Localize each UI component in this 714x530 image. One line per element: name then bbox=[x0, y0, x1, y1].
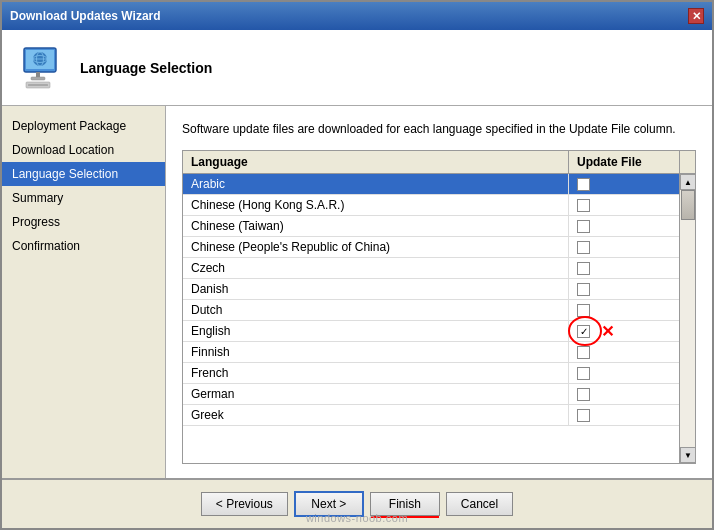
description-text: Software update files are downloaded for… bbox=[182, 120, 696, 138]
cell-checkbox[interactable] bbox=[569, 217, 679, 236]
scroll-down-button[interactable]: ▼ bbox=[680, 447, 695, 463]
svg-point-10 bbox=[569, 317, 601, 345]
table-row[interactable]: Danish bbox=[183, 279, 679, 300]
cell-language: French bbox=[183, 363, 569, 383]
cell-checkbox[interactable] bbox=[569, 364, 679, 383]
cell-checkbox[interactable] bbox=[569, 196, 679, 215]
cell-language: Chinese (Taiwan) bbox=[183, 216, 569, 236]
cell-checkbox[interactable] bbox=[569, 259, 679, 278]
cell-checkbox[interactable]: ✓ ✕ bbox=[569, 322, 679, 341]
header-title: Language Selection bbox=[80, 60, 212, 76]
table-body-wrapper: Arabic Chinese (Hong Kong S.A.R.) bbox=[183, 174, 695, 463]
col-update-file: Update File bbox=[569, 151, 679, 173]
table-row-english[interactable]: English ✓ ✕ bbox=[183, 321, 679, 342]
cell-language: Chinese (People's Republic of China) bbox=[183, 237, 569, 257]
cell-checkbox[interactable] bbox=[569, 280, 679, 299]
table-row[interactable]: German bbox=[183, 384, 679, 405]
header-area: Language Selection bbox=[2, 30, 712, 106]
scrollbar-thumb[interactable] bbox=[681, 190, 695, 220]
footer-area: < Previous Next > Finish Cancel windows-… bbox=[2, 478, 712, 528]
table-row[interactable]: French bbox=[183, 363, 679, 384]
cell-language: Danish bbox=[183, 279, 569, 299]
cell-checkbox[interactable] bbox=[569, 385, 679, 404]
previous-button[interactable]: < Previous bbox=[201, 492, 288, 516]
sidebar: Deployment Package Download Location Lan… bbox=[2, 106, 166, 478]
checkbox[interactable] bbox=[577, 199, 590, 212]
table-row[interactable]: Czech bbox=[183, 258, 679, 279]
watermark: windows-noob.com bbox=[306, 512, 408, 524]
content-area: Software update files are downloaded for… bbox=[166, 106, 712, 478]
scrollbar-track[interactable] bbox=[680, 190, 695, 447]
cell-language: German bbox=[183, 384, 569, 404]
checkbox[interactable] bbox=[577, 241, 590, 254]
sidebar-item-confirmation[interactable]: Confirmation bbox=[2, 234, 165, 258]
title-bar: Download Updates Wizard ✕ bbox=[2, 2, 712, 30]
table-row[interactable]: Chinese (People's Republic of China) bbox=[183, 237, 679, 258]
main-area: Deployment Package Download Location Lan… bbox=[2, 106, 712, 478]
checkbox[interactable] bbox=[577, 220, 590, 233]
cell-language: English bbox=[183, 321, 569, 341]
svg-rect-2 bbox=[36, 72, 40, 77]
title-bar-left: Download Updates Wizard bbox=[10, 9, 161, 23]
sidebar-item-progress[interactable]: Progress bbox=[2, 210, 165, 234]
checkbox[interactable] bbox=[577, 388, 590, 401]
cell-checkbox[interactable] bbox=[569, 406, 679, 425]
cell-language: Finnish bbox=[183, 342, 569, 362]
scrollbar[interactable]: ▲ ▼ bbox=[679, 174, 695, 463]
wizard-window: Download Updates Wizard ✕ L bbox=[0, 0, 714, 530]
cell-language: Dutch bbox=[183, 300, 569, 320]
cell-checkbox[interactable] bbox=[569, 238, 679, 257]
checkbox[interactable] bbox=[577, 367, 590, 380]
annotation-x: ✕ bbox=[601, 322, 614, 341]
language-table: Language Update File Arabic bbox=[182, 150, 696, 464]
table-row[interactable]: Chinese (Taiwan) bbox=[183, 216, 679, 237]
table-row[interactable]: Greek bbox=[183, 405, 679, 426]
scrollbar-header-spacer bbox=[679, 151, 695, 173]
checkbox[interactable] bbox=[577, 262, 590, 275]
annotation-circle bbox=[567, 313, 603, 349]
cell-language: Chinese (Hong Kong S.A.R.) bbox=[183, 195, 569, 215]
sidebar-item-download-location[interactable]: Download Location bbox=[2, 138, 165, 162]
table-header: Language Update File bbox=[183, 151, 695, 174]
sidebar-item-language-selection[interactable]: Language Selection bbox=[2, 162, 165, 186]
table-row[interactable]: Arabic bbox=[183, 174, 679, 195]
table-scroll[interactable]: Arabic Chinese (Hong Kong S.A.R.) bbox=[183, 174, 679, 463]
svg-rect-3 bbox=[31, 77, 45, 80]
checkbox[interactable] bbox=[577, 283, 590, 296]
sidebar-item-summary[interactable]: Summary bbox=[2, 186, 165, 210]
sidebar-item-deployment-package[interactable]: Deployment Package bbox=[2, 114, 165, 138]
computer-icon bbox=[18, 44, 66, 92]
table-row[interactable]: Dutch bbox=[183, 300, 679, 321]
cell-language: Greek bbox=[183, 405, 569, 425]
table-row[interactable]: Finnish bbox=[183, 342, 679, 363]
checkbox[interactable] bbox=[577, 178, 590, 191]
cell-checkbox[interactable] bbox=[569, 175, 679, 194]
title-text: Download Updates Wizard bbox=[10, 9, 161, 23]
cell-language: Czech bbox=[183, 258, 569, 278]
checkbox[interactable] bbox=[577, 409, 590, 422]
scroll-up-button[interactable]: ▲ bbox=[680, 174, 695, 190]
col-language: Language bbox=[183, 151, 569, 173]
cell-language: Arabic bbox=[183, 174, 569, 194]
cancel-button[interactable]: Cancel bbox=[446, 492, 513, 516]
close-button[interactable]: ✕ bbox=[688, 8, 704, 24]
svg-rect-5 bbox=[28, 84, 48, 86]
table-row[interactable]: Chinese (Hong Kong S.A.R.) bbox=[183, 195, 679, 216]
